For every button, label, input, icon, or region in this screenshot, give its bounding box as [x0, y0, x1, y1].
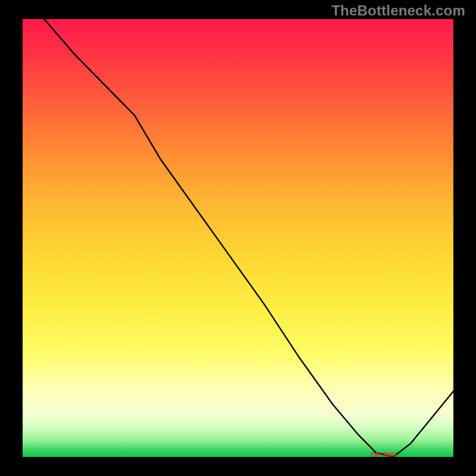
bottleneck-curve: [23, 19, 453, 457]
optimal-marker: OPTIMAL: [371, 451, 398, 457]
watermark-text: TheBottleneck.com: [331, 2, 465, 19]
chart-frame: TheBottleneck.com OPTIMAL: [0, 0, 476, 476]
plot-area: OPTIMAL: [23, 19, 453, 457]
